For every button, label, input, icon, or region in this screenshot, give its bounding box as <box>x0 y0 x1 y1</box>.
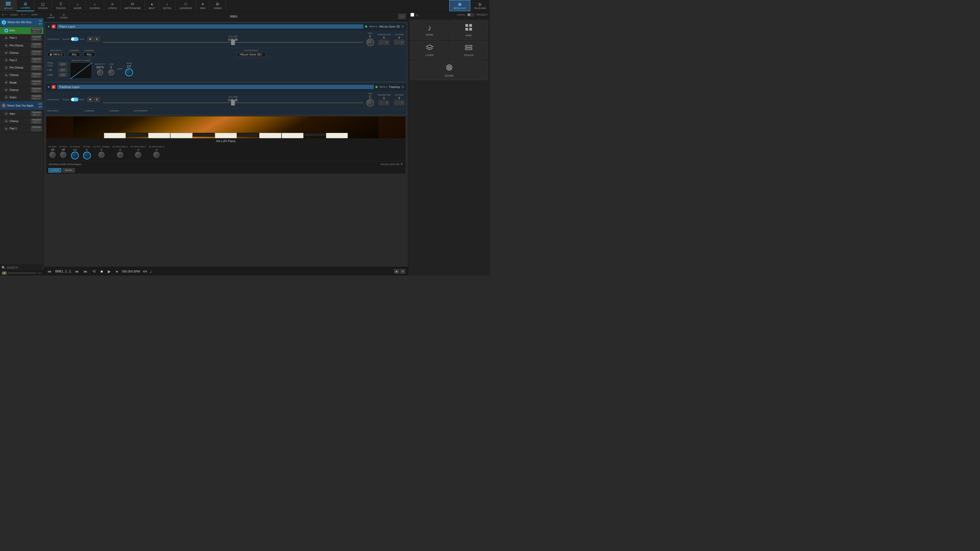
nav-item-dmx[interactable]: ✦ DMX <box>196 0 210 11</box>
nav-item-plug-ins[interactable]: ⊵ PLUG-INS <box>470 0 490 11</box>
padshop-audio-switch[interactable] <box>71 98 78 102</box>
piano-pan-knob[interactable] <box>366 38 374 46</box>
piano-low-knob[interactable] <box>108 70 114 75</box>
part-item-intro[interactable]: ▶ Intro TRIGGER 0001.1.1 <box>0 27 43 35</box>
nav-item-setlist[interactable]: SETLIST <box>0 0 17 11</box>
window-btn-1[interactable]: ▣ <box>394 269 399 273</box>
part-item-part1[interactable]: ▶ Part 1 TRIGGER 0005.1.1 <box>0 35 43 42</box>
nav-item-metronome[interactable]: ⟳ METRONOME <box>121 0 145 11</box>
piano-audio-switch[interactable] <box>71 37 78 41</box>
halion-menu-icon[interactable]: ⊪ <box>401 162 403 166</box>
nav-item-media-bay[interactable]: ▣ MEDIA BAY <box>449 0 471 11</box>
song-item-2[interactable]: 2 Never Saw You Again 145 4/4 <box>0 101 43 110</box>
nav-item-chords[interactable]: ♪ CHORDS <box>86 0 104 11</box>
repeat-button[interactable]: ⟲ <box>91 269 97 274</box>
padshop-mute-button[interactable]: M <box>88 97 93 102</box>
part-item-prechorus2[interactable]: ▶ Pre Chorus TRIGGER 0033.2.1 <box>0 64 43 71</box>
padshop-layer-menu[interactable]: ⊪ <box>402 85 404 89</box>
piano-instrument-menu[interactable]: ⊪ <box>261 53 263 56</box>
remove-song-button[interactable]: − <box>5 13 7 17</box>
piano-channel1-box[interactable]: Any <box>68 52 80 57</box>
piano-high-knob[interactable] <box>125 68 133 76</box>
volume-knob[interactable] <box>71 152 79 159</box>
media-item-sound[interactable]: SOUND <box>410 61 488 80</box>
nav-item-tracks[interactable]: ⠿ TRACKS <box>52 0 70 11</box>
panic-button[interactable]: ⚡ <box>2 272 7 275</box>
piano-channel2-box[interactable]: Any <box>83 52 95 57</box>
padshop-pan-knob[interactable] <box>366 99 374 106</box>
padshop-octave-plus[interactable]: + <box>399 100 404 105</box>
padshop-octave-minus[interactable]: − <box>394 100 399 105</box>
remove-part-button[interactable]: − <box>24 13 27 17</box>
part-item-song2-intro[interactable]: ▶ Intro TRIGGER 0001.1.1 <box>0 110 43 118</box>
part-item-song2-part1[interactable]: ▶ Part 1 TRIGGER ... <box>0 125 43 132</box>
media-item-song[interactable]: ♪ SONG <box>410 21 449 40</box>
piano-octave-minus[interactable]: − <box>394 40 399 45</box>
transport-tuner-icon[interactable]: ♩ <box>150 269 152 273</box>
local-project-switch[interactable] <box>467 13 475 17</box>
nav-item-beat[interactable]: ♦ BEAT <box>145 0 159 11</box>
part-item-prechorus1[interactable]: ▶ Pre Chorus TRIGGER 0013.1.1 <box>0 42 43 49</box>
part-item-break[interactable]: ▶ Break TRIGGER 0045.1.1 <box>0 79 43 86</box>
part-item-song2-chorus[interactable]: ▶ Chorus TRIGGER 0005.1.1 <box>0 118 43 125</box>
piano-transpose-plus[interactable]: + <box>384 40 389 45</box>
home-icon[interactable]: ⌂ <box>416 13 418 17</box>
part-item-chorus1[interactable]: ▶ Chorus TRIGGER 0017.1.1 <box>0 49 43 57</box>
piano-transpose-minus[interactable]: − <box>379 40 383 45</box>
mute-knob[interactable] <box>49 152 56 158</box>
add-part-button[interactable]: + <box>21 13 24 17</box>
send1-knob[interactable] <box>117 152 123 158</box>
play-button[interactable]: ▶ <box>107 269 112 274</box>
rewind-button[interactable]: ⏮ <box>46 269 52 274</box>
part-item-chorus3[interactable]: ▶ Chorus TRIGGER 0053.1.1 <box>0 86 43 94</box>
padshop-volume-slider[interactable] <box>103 102 363 103</box>
piano-layer-menu[interactable]: ⊪ <box>402 25 404 29</box>
mixer-tab-button[interactable]: MIXER <box>62 168 75 173</box>
piano-instrument-box[interactable]: HALion Sonic SE ⊪ <box>237 52 266 57</box>
nav-item-stacks[interactable]: ◫ STACKS <box>34 0 52 11</box>
padshop-transpose-plus[interactable]: + <box>384 100 389 105</box>
media-item-part[interactable]: PART <box>450 21 488 40</box>
layer-tab-button[interactable]: LAYER <box>48 168 61 173</box>
padshop-transpose-minus[interactable]: − <box>379 100 383 105</box>
toolbar-zones-btn[interactable]: ⊟ ZONES <box>59 13 70 19</box>
media-item-layer[interactable]: LAYER <box>410 41 449 60</box>
padshop-layer-collapse[interactable]: ▼ <box>47 86 50 89</box>
piano-mute-button[interactable]: M <box>88 37 93 41</box>
nav-item-mixer[interactable]: ♩ MIXER <box>70 0 86 11</box>
padshop-solo-button[interactable]: S <box>94 97 100 102</box>
nav-item-layers[interactable]: ⊞ LAYERS <box>17 0 34 11</box>
solo-knob[interactable] <box>60 152 66 158</box>
piano-layer-collapse[interactable]: ▼ <box>47 25 50 28</box>
record-button[interactable]: ● <box>115 269 119 274</box>
send2-knob[interactable] <box>135 152 141 158</box>
piano-velocity-knob[interactable] <box>97 70 103 75</box>
piano-octave-plus[interactable]: + <box>399 40 404 45</box>
part-item-outro[interactable]: ▶ Outro TRIGGER 0061.1.1 <box>0 94 43 101</box>
right-header-checkbox[interactable] <box>410 13 414 17</box>
toolbar-layer-btn[interactable]: ⊞ LAYER <box>46 13 56 19</box>
next-arrow-button[interactable]: → <box>398 14 406 19</box>
piano-solo-button[interactable]: S <box>94 37 100 41</box>
piano-msb-btn[interactable]: OFF <box>59 73 67 77</box>
piano-velocity-curve-box[interactable] <box>70 62 92 79</box>
nav-item-notes[interactable]: ♪ NOTES <box>159 0 175 11</box>
media-item-stacks[interactable]: STACKS <box>450 41 488 60</box>
search-input[interactable] <box>6 266 41 269</box>
stop-button[interactable]: ■ <box>100 269 104 274</box>
window-btn-2[interactable]: ⊞ <box>400 269 405 273</box>
nav-item-audience[interactable]: ⚇ AUDIENCE <box>175 0 196 11</box>
part-item-part2[interactable]: ▶ Part 2 TRIGGER 0025.1.1 <box>0 57 43 64</box>
piano-volume-slider[interactable] <box>103 42 363 43</box>
send3-knob[interactable] <box>153 152 159 158</box>
add-song-button[interactable]: + <box>2 13 4 17</box>
song-item-1[interactable]: 1 Where Are We Now 90 4/4 <box>0 18 43 27</box>
piano-lsb-btn[interactable]: OFF <box>59 68 67 72</box>
nav-item-lyrics[interactable]: ≡ LYRICS <box>104 0 121 11</box>
forward-button[interactable]: ⏭ <box>83 269 89 274</box>
part-item-chorus2[interactable]: ▶ Chorus TRIGGER 0037.2.1 <box>0 71 43 79</box>
piano-midi-input-box[interactable]: VM In 1 <box>47 52 65 57</box>
pan-main-knob[interactable] <box>83 152 91 159</box>
back-button[interactable]: ⏮ <box>74 269 80 274</box>
nav-item-views[interactable]: ⚙ VIEWS <box>210 0 226 11</box>
